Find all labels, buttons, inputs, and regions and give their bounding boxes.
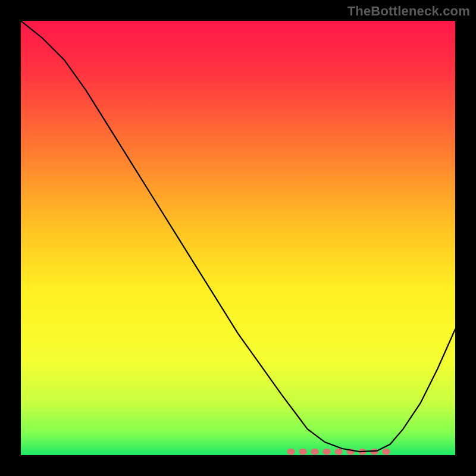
chart-frame: { "watermark": "TheBottleneck.com", "cha… xyxy=(0,0,476,476)
gradient-background xyxy=(21,21,455,455)
watermark-text: TheBottleneck.com xyxy=(347,4,470,19)
plot-area xyxy=(21,21,455,455)
plot-svg xyxy=(21,21,455,455)
